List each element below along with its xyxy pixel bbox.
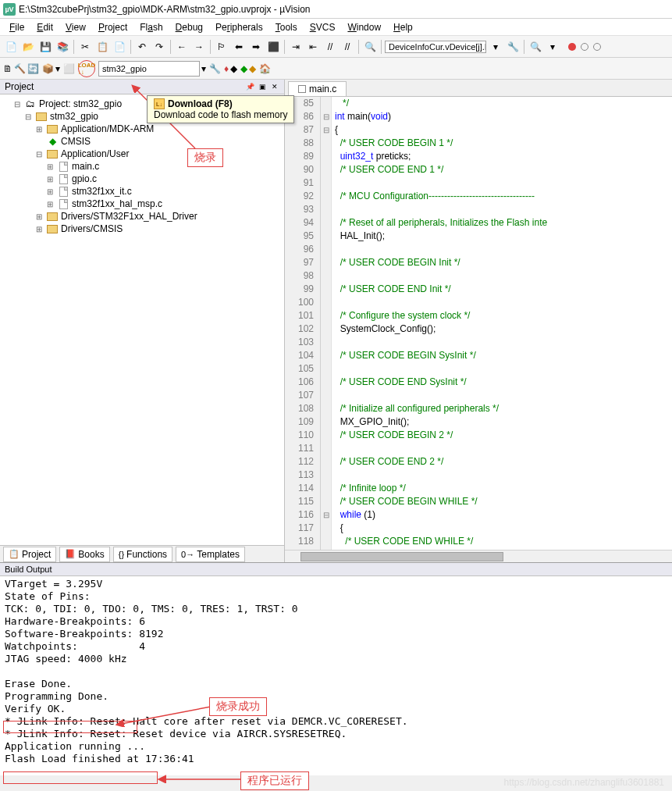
project-panel: Project 📌 ▣ ✕ ⊟🗂Project: stm32_gpio ⊟stm… bbox=[0, 80, 285, 562]
window-title: E:\Stm32cubePrj\stm32_gpio\MDK-ARM\stm32… bbox=[19, 4, 311, 15]
menu-view[interactable]: View bbox=[59, 22, 92, 33]
tree-file-msp[interactable]: ⊞stm32f1xx_hal_msp.c bbox=[2, 198, 283, 210]
translate-icon[interactable]: 🗎 bbox=[3, 63, 12, 74]
menubar: File Edit View Project Flash Debug Perip… bbox=[0, 19, 672, 36]
options-icon[interactable]: ▾ bbox=[545, 39, 560, 55]
pack-icon[interactable]: ◆ bbox=[240, 63, 247, 74]
manage-icon[interactable]: ♦ bbox=[224, 63, 229, 74]
new-file-icon[interactable]: 📄 bbox=[3, 39, 19, 55]
save-icon[interactable]: 💾 bbox=[37, 39, 53, 55]
annotation-running: 程序已运行 bbox=[240, 771, 309, 790]
build-output-title: Build Output bbox=[0, 563, 672, 576]
annotation-burn-ok: 烧录成功 bbox=[209, 697, 267, 716]
outdent-icon[interactable]: ⇤ bbox=[305, 39, 321, 55]
annotation-burn: 烧录 bbox=[187, 148, 223, 167]
device-info-combo[interactable]: DeviceInfoCur.vDevice[j].l bbox=[385, 41, 486, 53]
menu-tools[interactable]: Tools bbox=[269, 22, 304, 33]
tree-file-it[interactable]: ⊞stm32f1xx_it.c bbox=[2, 185, 283, 198]
nav-fwd-icon[interactable]: → bbox=[191, 39, 207, 55]
tree-cmsis[interactable]: ◆CMSIS bbox=[2, 135, 283, 148]
tree-drv-hal[interactable]: ⊞Drivers/STM32F1xx_HAL_Driver bbox=[2, 210, 283, 223]
target-select[interactable] bbox=[98, 61, 200, 77]
debug-icon[interactable]: 🔍 bbox=[528, 39, 543, 55]
target-options-icon[interactable]: 🔧 bbox=[209, 63, 221, 74]
batch-build-dd-icon[interactable]: ▾ bbox=[55, 63, 60, 74]
tree-app-mdk[interactable]: ⊞Application/MDK-ARM bbox=[2, 123, 283, 135]
menu-window[interactable]: Window bbox=[341, 22, 387, 33]
menu-file[interactable]: File bbox=[3, 22, 30, 33]
stop-dot-icon[interactable] bbox=[581, 43, 588, 51]
rebuild-icon[interactable]: 🔄 bbox=[27, 63, 39, 74]
code-text[interactable]: */ int main(void) { /* USER CODE BEGIN 1… bbox=[332, 97, 672, 550]
batch-build-icon[interactable]: 📦 bbox=[42, 63, 54, 74]
tab-functions[interactable]: {}Functions bbox=[113, 547, 172, 562]
uncomment-icon[interactable]: // bbox=[340, 39, 355, 55]
redbox-programming-done bbox=[3, 721, 137, 733]
tab-templates[interactable]: 0→Templates bbox=[176, 547, 245, 562]
h-scrollbar[interactable] bbox=[285, 550, 672, 562]
app-icon: µV bbox=[3, 3, 16, 16]
redo-icon[interactable]: ↷ bbox=[151, 39, 167, 55]
download-tooltip: L↓Download (F8) Download code to flash m… bbox=[147, 95, 294, 123]
comment-icon[interactable]: // bbox=[322, 39, 338, 55]
menu-peripherals[interactable]: Peripherals bbox=[209, 22, 269, 33]
bookmark-icon[interactable]: 🏳 bbox=[214, 39, 229, 55]
line-gutter: 8586878889909192939495969798991001011021… bbox=[285, 97, 321, 550]
build-output-panel: Build Output VTarget = 3.295V State of P… bbox=[0, 562, 672, 775]
code-area[interactable]: 8586878889909192939495969798991001011021… bbox=[285, 97, 672, 550]
copy-icon[interactable]: 📋 bbox=[94, 39, 110, 55]
h-scrollbar-thumb[interactable] bbox=[300, 552, 503, 561]
bookmark-prev-icon[interactable]: ⬅ bbox=[231, 39, 247, 55]
panel-buttons[interactable]: 📌 ▣ ✕ bbox=[246, 83, 279, 91]
titlebar: µV E:\Stm32cubePrj\stm32_gpio\MDK-ARM\st… bbox=[0, 0, 672, 19]
bookmark-next-icon[interactable]: ➡ bbox=[248, 39, 264, 55]
pause-dot-icon[interactable] bbox=[593, 43, 601, 51]
menu-debug[interactable]: Debug bbox=[169, 22, 209, 33]
save-all-icon[interactable]: 📚 bbox=[55, 39, 70, 55]
nav-back-icon[interactable]: ← bbox=[174, 39, 190, 55]
menu-flash[interactable]: Flash bbox=[133, 22, 169, 33]
menu-edit[interactable]: Edit bbox=[30, 22, 59, 33]
project-panel-title: Project 📌 ▣ ✕ bbox=[0, 80, 284, 94]
project-tree[interactable]: ⊟🗂Project: stm32_gpio ⊟stm32_gpio ⊞Appli… bbox=[0, 94, 284, 545]
tab-project[interactable]: 📋Project bbox=[3, 547, 56, 562]
tree-app-user[interactable]: ⊟Application/User bbox=[2, 148, 283, 160]
watermark: https://blog.csdn.net/zhanglifu3601881 bbox=[504, 777, 665, 788]
find-icon[interactable]: 🔍 bbox=[362, 39, 378, 55]
build-output-text[interactable]: VTarget = 3.295V State of Pins: TCK: 0, … bbox=[0, 576, 672, 775]
tree-drv-cmsis[interactable]: ⊞Drivers/CMSIS bbox=[2, 223, 283, 235]
editor-panel: main.c 858687888990919293949596979899100… bbox=[285, 80, 672, 562]
manage-rte-icon[interactable]: ◆ bbox=[230, 63, 237, 74]
tab-books[interactable]: 📕Books bbox=[59, 547, 109, 562]
stop-build-icon[interactable]: ⬜ bbox=[63, 63, 75, 74]
bookmark-clear-icon[interactable]: ⬛ bbox=[265, 39, 281, 55]
tree-file-gpio[interactable]: ⊞gpio.c bbox=[2, 173, 283, 185]
indent-icon[interactable]: ⇥ bbox=[288, 39, 304, 55]
download-button[interactable]: LOAD↓↓ bbox=[78, 60, 95, 77]
redbox-app-running bbox=[3, 771, 158, 784]
menu-project[interactable]: Project bbox=[92, 22, 133, 33]
build-icon[interactable]: 🔨 bbox=[14, 63, 26, 74]
target-dd-icon[interactable]: ▾ bbox=[201, 63, 206, 74]
tooltip-desc: Download code to flash memory bbox=[154, 109, 287, 120]
toolbar-build: 🗎 🔨 🔄 📦 ▾ ⬜ LOAD↓↓ ▾ 🔧 ♦ ◆ ◆ ◆ 🏠 bbox=[0, 58, 672, 80]
paste-icon[interactable]: 📄 bbox=[112, 39, 127, 55]
record-dot-icon[interactable] bbox=[568, 43, 576, 51]
config-icon[interactable]: 🔧 bbox=[505, 39, 521, 55]
load-icon: L↓ bbox=[154, 98, 165, 109]
fold-column[interactable]: ⊟⊟ ⊟ bbox=[321, 97, 332, 550]
home-icon[interactable]: 🏠 bbox=[259, 63, 271, 74]
project-bottom-tabs: 📋Project 📕Books {}Functions 0→Templates bbox=[0, 545, 284, 562]
pack-arrow-icon[interactable]: ◆ bbox=[249, 63, 256, 74]
menu-svcs[interactable]: SVCS bbox=[304, 22, 342, 33]
file-tabs: main.c bbox=[285, 80, 672, 97]
undo-icon[interactable]: ↶ bbox=[134, 39, 150, 55]
menu-help[interactable]: Help bbox=[387, 22, 419, 33]
tree-file-main[interactable]: ⊞main.c bbox=[2, 160, 283, 173]
dropdown-icon[interactable]: ▾ bbox=[488, 39, 503, 55]
toolbar-main: 📄 📂 💾 📚 ✂ 📋 📄 ↶ ↷ ← → 🏳 ⬅ ➡ ⬛ ⇥ ⇤ // // … bbox=[0, 36, 672, 58]
file-tab-main[interactable]: main.c bbox=[288, 81, 347, 96]
cut-icon[interactable]: ✂ bbox=[77, 39, 93, 55]
open-icon[interactable]: 📂 bbox=[20, 39, 36, 55]
